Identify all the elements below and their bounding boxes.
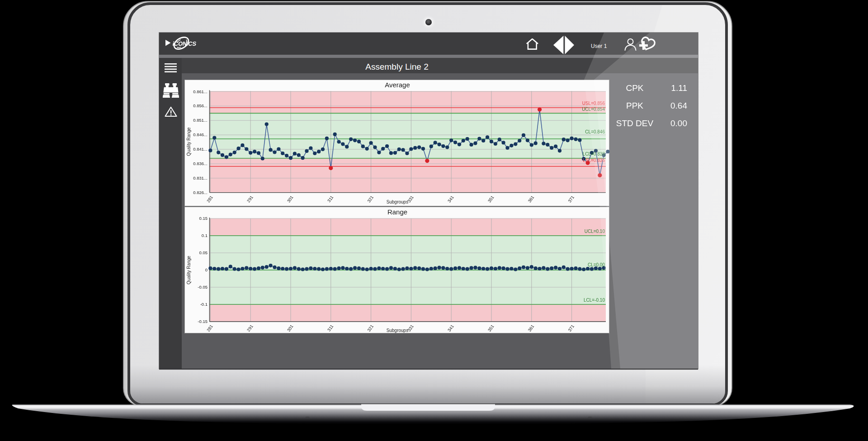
svg-text:361: 361 <box>527 194 535 203</box>
svg-text:301: 301 <box>286 324 294 332</box>
svg-text:0.846...: 0.846... <box>193 132 208 137</box>
svg-text:UCL=0.854: UCL=0.854 <box>582 107 605 112</box>
svg-text:USL=0.856: USL=0.856 <box>582 101 605 106</box>
svg-text:Average: Average <box>385 81 410 89</box>
svg-text:311: 311 <box>326 324 335 332</box>
svg-text:321: 321 <box>366 194 374 203</box>
svg-text:0.856...: 0.856... <box>193 103 208 108</box>
svg-text:CL=0.846: CL=0.846 <box>585 129 605 134</box>
svg-text:351: 351 <box>487 324 495 332</box>
svg-text:0.1: 0.1 <box>202 233 208 238</box>
svg-text:Quality Range: Quality Range <box>186 127 191 156</box>
svg-text:-0.1: -0.1 <box>200 302 208 307</box>
svg-text:0.15: 0.15 <box>199 216 208 221</box>
svg-text:0: 0 <box>205 267 208 272</box>
svg-text:341: 341 <box>447 194 455 203</box>
svg-text:291: 291 <box>246 324 254 332</box>
svg-text:371: 371 <box>567 324 575 332</box>
svg-text:Subgroups: Subgroups <box>387 199 408 204</box>
svg-text:CL=0.00: CL=0.00 <box>588 262 605 267</box>
svg-text:371: 371 <box>567 194 575 203</box>
svg-text:0.836...: 0.836... <box>193 161 208 166</box>
svg-text:UCL=0.10: UCL=0.10 <box>585 229 605 234</box>
svg-text:281: 281 <box>206 194 214 203</box>
svg-text:-0.15: -0.15 <box>198 319 208 324</box>
svg-text:0.831...: 0.831... <box>193 175 208 180</box>
svg-text:LCL=-0.10: LCL=-0.10 <box>584 298 605 303</box>
svg-text:281: 281 <box>206 324 214 332</box>
svg-text:341: 341 <box>447 324 455 332</box>
svg-text:0.851...: 0.851... <box>193 118 208 123</box>
svg-text:-0.05: -0.05 <box>198 285 208 289</box>
svg-text:Subgroups: Subgroups <box>387 328 408 333</box>
svg-text:0.841...: 0.841... <box>193 147 208 152</box>
svg-text:301: 301 <box>286 194 294 203</box>
svg-text:Quality Range: Quality Range <box>186 256 191 285</box>
svg-text:iCONICS: iCONICS <box>172 40 197 47</box>
svg-text:291: 291 <box>246 194 254 203</box>
svg-text:0.05: 0.05 <box>199 250 208 255</box>
svg-text:LSL=0.836: LSL=0.836 <box>583 158 605 163</box>
svg-text:Range: Range <box>387 208 407 216</box>
svg-text:0.826...: 0.826... <box>193 190 208 195</box>
svg-text:LCL=0.838: LCL=0.838 <box>583 152 605 156</box>
svg-text:321: 321 <box>366 324 374 332</box>
svg-text:0.861...: 0.861... <box>193 89 208 94</box>
svg-text:351: 351 <box>487 194 495 203</box>
svg-text:361: 361 <box>527 324 535 332</box>
svg-text:311: 311 <box>326 194 335 203</box>
